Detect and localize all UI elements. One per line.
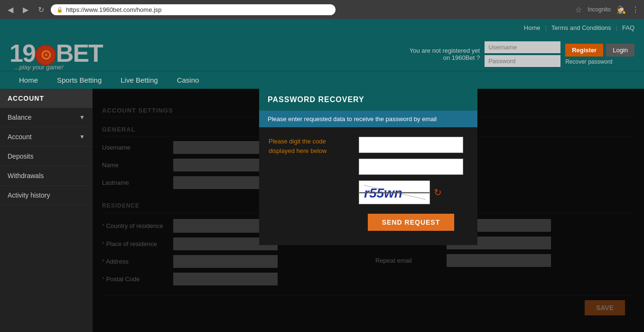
- chevron-down-icon: ▼: [79, 133, 85, 140]
- lock-icon: 🔒: [56, 7, 63, 13]
- star-icon[interactable]: ☆: [575, 5, 582, 14]
- sidebar: ACCOUNT Balance ▼ Account ▼ Deposits Wit…: [0, 89, 93, 332]
- address-bar[interactable]: 🔒 https://www.1960bet.com/home.jsp: [51, 4, 336, 15]
- modal-note-area: Please digit the code displayed here bel…: [259, 127, 345, 245]
- logo: 19⊙BET: [9, 41, 103, 66]
- header-right: You are not registered yet on 1960Bet ? …: [410, 41, 635, 71]
- sidebar-item-activity-history-label: Activity history: [8, 191, 50, 199]
- sidebar-item-account-label: Account: [8, 133, 32, 141]
- browser-chrome: ◀ ▶ ↻ 🔒 https://www.1960bet.com/home.jsp…: [0, 0, 644, 19]
- username-input[interactable]: [485, 41, 560, 53]
- top-nav-home[interactable]: Home: [524, 24, 541, 31]
- chevron-down-icon: ▼: [79, 114, 85, 121]
- modal-note-text: Please digit the code displayed here bel…: [269, 137, 335, 155]
- modal-header: PASSWORD RECOVERY: [259, 89, 477, 111]
- send-request-button[interactable]: SEND REQUEST: [368, 214, 454, 231]
- nav-home[interactable]: Home: [9, 71, 47, 89]
- sidebar-item-balance[interactable]: Balance ▼: [0, 108, 93, 127]
- header-buttons: Register Login Recover password: [565, 44, 635, 65]
- modal-body: r55wn ↻ SEND REQUEST: [345, 127, 477, 245]
- incognito-label: Incognito: [588, 6, 611, 13]
- sidebar-title: ACCOUNT: [0, 89, 93, 108]
- sidebar-item-withdrawals-label: Withdrawals: [8, 172, 44, 180]
- modal-subtitle: Please enter requested data to receive t…: [259, 111, 477, 127]
- top-nav-faq[interactable]: FAQ: [622, 24, 635, 31]
- svg-rect-0: [359, 180, 429, 204]
- back-button[interactable]: ◀: [5, 3, 16, 16]
- incognito-icon: 🕵: [616, 5, 626, 14]
- captcha-svg: r55wn: [359, 180, 429, 204]
- nav-casino[interactable]: Casino: [168, 71, 209, 89]
- recovery-email-input[interactable]: [359, 137, 463, 153]
- content-wrapper: ACCOUNT Balance ▼ Account ▼ Deposits Wit…: [0, 89, 644, 332]
- top-nav: Home | Terms and Conditions | FAQ: [0, 19, 644, 36]
- captcha-image: r55wn: [359, 180, 430, 204]
- logo-area: 19⊙BET ...play your game!: [9, 41, 103, 71]
- menu-icon[interactable]: ⋮: [632, 5, 639, 14]
- captcha-refresh-icon[interactable]: ↻: [434, 187, 442, 198]
- not-registered-text: You are not registered yet on 1960Bet ?: [410, 47, 480, 61]
- top-nav-terms[interactable]: Terms and Conditions: [551, 24, 611, 31]
- password-input[interactable]: [485, 55, 560, 67]
- register-button[interactable]: Register: [565, 44, 603, 57]
- sidebar-item-activity-history[interactable]: Activity history: [0, 186, 93, 205]
- nav-sports-betting[interactable]: Sports Betting: [47, 71, 111, 89]
- recovery-captcha-input[interactable]: [359, 159, 463, 175]
- main-nav: Home Sports Betting Live Betting Casino: [0, 71, 644, 89]
- modal-overlay: PASSWORD RECOVERY Please enter requested…: [93, 89, 644, 332]
- main-content: ACCOUNT SETTINGS GENERAL Username Name L…: [93, 89, 644, 332]
- login-button[interactable]: Login: [606, 44, 635, 57]
- send-request-row: SEND REQUEST: [359, 214, 463, 231]
- password-recovery-modal: PASSWORD RECOVERY Please enter requested…: [259, 89, 477, 245]
- browser-actions: ☆ Incognito 🕵 ⋮: [575, 5, 639, 14]
- svg-text:r55wn: r55wn: [364, 186, 402, 200]
- sidebar-item-withdrawals[interactable]: Withdrawals: [0, 166, 93, 186]
- captcha-row: r55wn ↻: [359, 180, 463, 204]
- site-header: 19⊙BET ...play your game! You are not re…: [0, 36, 644, 71]
- logo-tagline: ...play your game!: [14, 64, 63, 71]
- sidebar-item-deposits-label: Deposits: [8, 152, 33, 160]
- sidebar-item-balance-label: Balance: [8, 114, 32, 121]
- modal-content-row: Please digit the code displayed here bel…: [259, 127, 477, 245]
- header-inputs: [485, 41, 560, 67]
- nav-live-betting[interactable]: Live Betting: [111, 71, 167, 89]
- sidebar-item-deposits[interactable]: Deposits: [0, 147, 93, 166]
- modal-title: PASSWORD RECOVERY: [268, 95, 469, 104]
- forward-button[interactable]: ▶: [20, 3, 31, 16]
- reload-button[interactable]: ↻: [35, 3, 47, 16]
- sidebar-item-account[interactable]: Account ▼: [0, 127, 93, 147]
- recover-password-link[interactable]: Recover password: [565, 58, 612, 65]
- url-text: https://www.1960bet.com/home.jsp: [66, 6, 162, 13]
